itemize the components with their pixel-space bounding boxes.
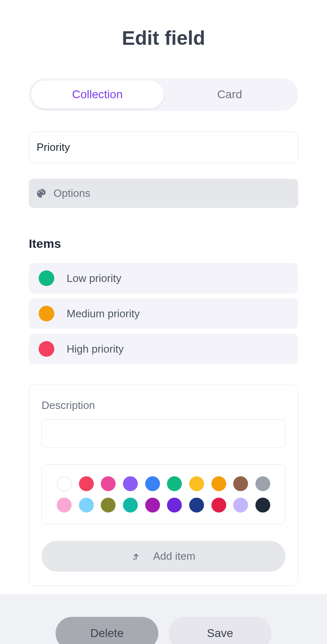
save-button[interactable]: Save bbox=[169, 617, 271, 644]
item-row[interactable]: Low priority bbox=[29, 263, 298, 293]
color-swatch[interactable] bbox=[57, 476, 72, 491]
color-swatch[interactable] bbox=[255, 476, 270, 491]
color-swatch[interactable] bbox=[233, 498, 248, 512]
color-picker bbox=[42, 464, 285, 524]
color-swatch[interactable] bbox=[145, 476, 160, 491]
color-swatch[interactable] bbox=[145, 498, 160, 512]
palette-icon bbox=[36, 189, 46, 199]
color-row bbox=[57, 498, 270, 512]
tab-card[interactable]: Card bbox=[164, 81, 296, 108]
item-row[interactable]: Medium priority bbox=[29, 298, 298, 329]
options-button[interactable]: Options bbox=[29, 179, 298, 208]
options-label: Options bbox=[53, 187, 90, 200]
tab-collection[interactable]: Collection bbox=[31, 81, 164, 108]
color-swatch[interactable] bbox=[189, 476, 204, 491]
add-item-label: Add item bbox=[153, 550, 195, 563]
color-swatch[interactable] bbox=[167, 476, 182, 491]
tab-group: Collection Card bbox=[29, 78, 298, 111]
items-list: Low priorityMedium priorityHigh priority bbox=[29, 263, 298, 364]
color-swatch[interactable] bbox=[79, 498, 94, 512]
item-label: Low priority bbox=[67, 272, 121, 285]
color-swatch[interactable] bbox=[211, 476, 226, 491]
color-swatch[interactable] bbox=[123, 476, 138, 491]
color-swatch[interactable] bbox=[167, 498, 182, 512]
color-swatch[interactable] bbox=[101, 476, 116, 491]
item-color-swatch bbox=[39, 270, 54, 286]
color-swatch[interactable] bbox=[233, 476, 248, 491]
description-input[interactable] bbox=[42, 419, 285, 448]
item-row[interactable]: High priority bbox=[29, 334, 298, 364]
color-swatch[interactable] bbox=[211, 498, 226, 512]
item-label: Medium priority bbox=[67, 307, 140, 320]
item-label: High priority bbox=[67, 343, 124, 355]
color-swatch[interactable] bbox=[255, 498, 270, 512]
field-name-input[interactable] bbox=[29, 132, 298, 163]
item-color-swatch bbox=[39, 306, 54, 321]
new-item-card: Description Add item bbox=[29, 385, 298, 586]
color-swatch[interactable] bbox=[189, 498, 204, 512]
color-swatch[interactable] bbox=[123, 498, 138, 512]
add-item-button[interactable]: Add item bbox=[42, 541, 285, 572]
color-row bbox=[57, 476, 270, 491]
color-swatch[interactable] bbox=[79, 476, 94, 491]
color-swatch[interactable] bbox=[57, 498, 72, 512]
upload-icon bbox=[132, 552, 141, 561]
item-color-swatch bbox=[39, 341, 54, 357]
footer: Delete Save bbox=[0, 594, 327, 644]
page-title: Edit field bbox=[29, 27, 298, 49]
items-title: Items bbox=[29, 237, 298, 251]
color-swatch[interactable] bbox=[101, 498, 116, 512]
delete-button[interactable]: Delete bbox=[56, 617, 158, 644]
description-label: Description bbox=[42, 399, 285, 412]
